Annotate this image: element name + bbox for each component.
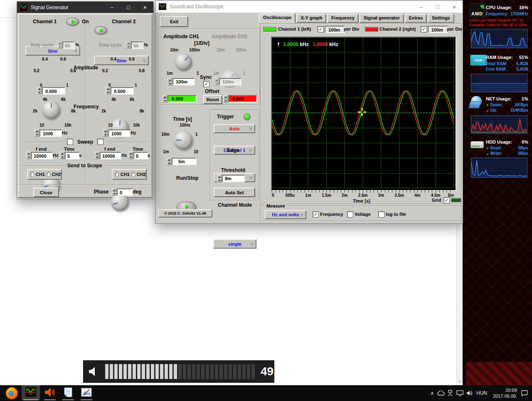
time-value[interactable]: 5m: [172, 158, 197, 165]
dropdown-arrow-icon: ▽: [74, 49, 77, 53]
network-icon[interactable]: [455, 385, 465, 401]
scrollbar-down-button[interactable]: ∨: [456, 378, 463, 384]
channel2-frequency-spinner[interactable]: [103, 129, 108, 137]
sweep-time-value[interactable]: 5: [133, 152, 148, 159]
phase-value[interactable]: 0: [117, 188, 133, 196]
channel1-send-group: CH1 CH2: [27, 169, 62, 180]
sweep-time-value[interactable]: 5: [65, 152, 80, 159]
tray-chevron-icon[interactable]: ∧: [428, 385, 436, 401]
column-divider: [85, 17, 86, 183]
app-icon: [20, 4, 27, 11]
hz-unit: Hz: [131, 130, 136, 135]
maximize-button[interactable]: □: [429, 1, 446, 12]
taskbar-firefox-button[interactable]: [3, 386, 20, 400]
auto-set-button[interactable]: Auto Set: [214, 188, 255, 197]
channel1-frequency-spinner[interactable]: [34, 129, 39, 137]
ch1-radio-label: CH1: [36, 172, 45, 177]
close-signal-generator-button[interactable]: Close: [33, 188, 59, 197]
volume-bar-track[interactable]: [105, 364, 255, 379]
channel2-on-toggle[interactable]: [94, 26, 108, 35]
channel1-enable-checkbox[interactable]: ✓: [318, 26, 324, 32]
channel2-per-div-value[interactable]: 100m: [428, 26, 448, 33]
tab-signal-generator[interactable]: Signal generator: [360, 14, 404, 23]
channel2-amplitude-spinner[interactable]: [106, 87, 110, 94]
phase-spinner[interactable]: [112, 188, 116, 196]
channel1-amplitude-knob[interactable]: [42, 101, 60, 119]
channel1-amplitude-value[interactable]: 0.500: [42, 87, 65, 95]
time-knob[interactable]: [174, 131, 192, 149]
exit-button[interactable]: Exit: [160, 16, 188, 27]
tab-oscilloscope[interactable]: Oscilloscope: [259, 13, 296, 23]
ch1-radio[interactable]: [30, 172, 34, 177]
clock[interactable]: 20:09 2017.06.09.: [490, 385, 517, 401]
f-end-spinner[interactable]: [26, 152, 31, 159]
action-center-icon[interactable]: [519, 385, 530, 401]
volume-bar: [183, 364, 186, 379]
offset-ch1-spinner[interactable]: [163, 95, 167, 103]
taskbar-volume-app-button[interactable]: [42, 386, 58, 400]
offset-ch1-value[interactable]: 0.000: [167, 95, 197, 103]
maximize-button[interactable]: □: [120, 2, 137, 13]
sweep-time-spinner[interactable]: [128, 152, 133, 159]
offset-reset-button[interactable]: Reset: [203, 95, 222, 104]
taskbar-oscilloscope-button[interactable]: [22, 385, 40, 400]
volume-bar: [160, 364, 163, 379]
log-to-file-checkbox[interactable]: [378, 211, 384, 218]
threshold-value[interactable]: 8m: [222, 175, 245, 182]
signal-generator-titlebar[interactable]: Signal Generator – □ ×: [17, 2, 153, 13]
channel2-enable-checkbox[interactable]: ✓: [421, 26, 427, 32]
tray-speaker-icon[interactable]: [465, 385, 475, 401]
trigger-title: Trigger: [217, 114, 234, 120]
channel2-amplitude-value[interactable]: 0.500: [111, 87, 134, 95]
channel1-on-toggle[interactable]: [66, 17, 79, 26]
tab-extras[interactable]: Extras: [405, 14, 427, 23]
channel1-frequency-value[interactable]: 1000: [39, 130, 62, 137]
offset-ch2-value[interactable]: 0.000: [228, 95, 257, 103]
ch2-radio[interactable]: [131, 172, 135, 177]
trigger-mode-dropdown[interactable]: Auto ▽: [214, 124, 255, 133]
language-indicator[interactable]: HUN: [475, 385, 489, 401]
tab-xy-graph[interactable]: X-Y graph: [296, 14, 326, 23]
channel-mode-dropdown[interactable]: single ▽: [213, 239, 256, 249]
channel2-waveform-dropdown[interactable]: Sine ▽: [94, 56, 149, 65]
minimize-button[interactable]: –: [413, 1, 429, 12]
ch2-radio[interactable]: [47, 172, 50, 177]
amplitude-ch1-knob[interactable]: [175, 54, 192, 70]
f-end-spinner[interactable]: [95, 152, 99, 159]
oscilloscope-titlebar[interactable]: Soundcard Oscilloscope – □ ×: [155, 1, 463, 13]
grid-checkbox[interactable]: ✓: [443, 197, 450, 203]
f-end-value[interactable]: 10000: [100, 152, 121, 159]
measure-dropdown[interactable]: Hz and volts ▽: [265, 210, 306, 219]
threshold-spinner[interactable]: [217, 175, 222, 182]
sweep-time-spinner[interactable]: [60, 152, 64, 159]
minimize-button[interactable]: –: [103, 2, 120, 13]
taskbar-notepad-button[interactable]: [60, 386, 76, 400]
tab-frequency[interactable]: Frequency: [327, 14, 359, 23]
sync-checkbox[interactable]: ✓: [203, 81, 209, 87]
channel1-per-div-value[interactable]: 100m: [325, 26, 345, 33]
channel1-sweep-checkbox[interactable]: [67, 139, 73, 145]
ch1-radio[interactable]: [115, 172, 119, 177]
close-button[interactable]: ×: [137, 2, 153, 13]
channel2-frequency-knob[interactable]: [111, 193, 128, 211]
frequency-checkbox-label: Frequency: [320, 212, 343, 217]
taskbar-paint-button[interactable]: [78, 386, 95, 400]
tab-bar: Oscilloscope X-Y graph Frequency Signal …: [259, 13, 461, 23]
frequency-checkbox[interactable]: ✓: [313, 211, 319, 218]
amplitude-ch1-spinner[interactable]: [167, 78, 172, 86]
channel1-amplitude-spinner[interactable]: [37, 87, 42, 94]
onedrive-cloud-icon[interactable]: [436, 385, 446, 401]
sweep-time-label: Time: [133, 147, 143, 152]
voltage-checkbox[interactable]: [347, 211, 353, 218]
hdd-read-label: Read:: [490, 146, 502, 150]
channel2-frequency-value[interactable]: 1000: [108, 130, 131, 137]
scope-screen[interactable]: f 1.0000 kHz 1.0000 kHz: [271, 37, 456, 191]
usb-icon[interactable]: [446, 385, 455, 401]
time-spinner[interactable]: [167, 158, 171, 165]
channel2-sweep-checkbox[interactable]: [97, 139, 103, 145]
close-button[interactable]: ×: [446, 1, 463, 12]
tab-settings[interactable]: Settings: [428, 14, 454, 23]
offset-ch2-spinner[interactable]: [223, 95, 228, 103]
amplitude-ch1-value[interactable]: 100m: [172, 78, 195, 86]
f-end-value[interactable]: 10000: [31, 152, 53, 159]
